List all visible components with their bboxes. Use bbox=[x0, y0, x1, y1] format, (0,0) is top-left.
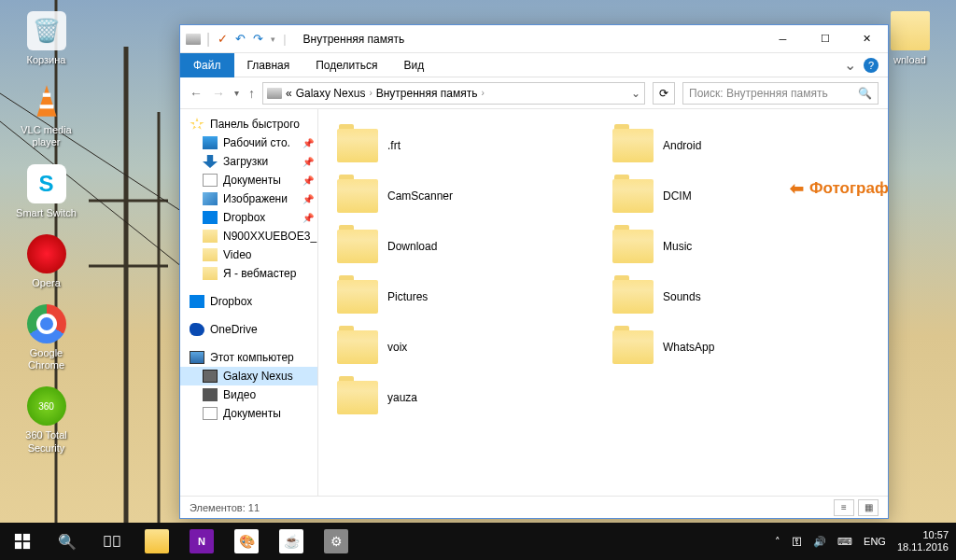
nav-this-pc[interactable]: Этот компьютер bbox=[180, 348, 317, 367]
nav-desktop[interactable]: Рабочий сто.📌 bbox=[180, 133, 317, 152]
desktop-icon bbox=[203, 136, 218, 149]
nav-downloads[interactable]: Загрузки📌 bbox=[180, 152, 317, 171]
desktop-icon-opera[interactable]: Opera bbox=[11, 234, 81, 289]
taskbar-onenote[interactable]: N bbox=[179, 523, 224, 560]
qat-redo-icon[interactable]: ↷ bbox=[251, 30, 265, 48]
nav-forward-icon[interactable]: → bbox=[212, 86, 225, 101]
desktop-icon-vlc[interactable]: VLC media player bbox=[11, 81, 81, 148]
address-bar[interactable]: « Galaxy Nexus › Внутренняя память › ⌄ bbox=[262, 82, 645, 105]
nav-quick-access[interactable]: Панель быстрого bbox=[180, 115, 317, 133]
folder-item[interactable]: Music bbox=[603, 221, 879, 272]
folder-icon bbox=[203, 248, 218, 261]
tray-expand-icon[interactable]: ˄ bbox=[775, 536, 780, 548]
nav-n900[interactable]: N900XXUEBOE3_ bbox=[180, 227, 317, 245]
volume-icon[interactable]: 🔊 bbox=[813, 536, 826, 548]
nav-webmaster[interactable]: Я - вебмастер bbox=[180, 264, 317, 283]
task-view-button[interactable] bbox=[90, 523, 134, 560]
taskbar-java[interactable]: ☕ bbox=[269, 523, 314, 560]
svg-rect-10 bbox=[15, 534, 21, 540]
search-input[interactable]: Поиск: Внутренняя память 🔍 bbox=[682, 82, 879, 105]
desktop-icon-smartswitch[interactable]: S Smart Switch bbox=[11, 164, 81, 219]
folder-item[interactable]: Sounds bbox=[603, 272, 879, 322]
chevron-icon[interactable]: › bbox=[481, 88, 484, 98]
help-icon[interactable]: ? bbox=[864, 58, 879, 73]
qat-undo-icon[interactable]: ↶ bbox=[233, 30, 247, 48]
phone-icon bbox=[203, 370, 218, 383]
ribbon-tabs: Файл Главная Поделиться Вид ⌄ ? bbox=[180, 53, 888, 77]
qat-check-icon[interactable]: ✓ bbox=[216, 30, 230, 48]
nav-up-icon[interactable]: ↑ bbox=[248, 86, 255, 101]
folder-icon bbox=[337, 179, 378, 213]
tab-view[interactable]: Вид bbox=[390, 53, 437, 77]
clock[interactable]: 10:57 18.11.2016 bbox=[897, 529, 949, 553]
folder-icon bbox=[337, 129, 378, 162]
nav-video[interactable]: Video bbox=[180, 245, 317, 264]
nav-galaxy-nexus[interactable]: Galaxy Nexus bbox=[180, 367, 317, 385]
tab-home[interactable]: Главная bbox=[234, 53, 303, 77]
tab-share[interactable]: Поделиться bbox=[302, 53, 390, 77]
address-row: ← → ▾ ↑ « Galaxy Nexus › Внутренняя памя… bbox=[180, 77, 888, 109]
crumb-location[interactable]: Внутренняя память bbox=[376, 87, 478, 100]
taskbar-paint[interactable]: 🎨 bbox=[224, 523, 269, 560]
nav-onedrive[interactable]: OneDrive bbox=[180, 320, 317, 339]
folder-item[interactable]: WhatsApp bbox=[603, 322, 879, 372]
start-button[interactable] bbox=[0, 523, 45, 560]
nav-back-icon[interactable]: ← bbox=[190, 86, 203, 101]
nav-documents[interactable]: Документы📌 bbox=[180, 171, 317, 189]
ribbon-collapse-icon[interactable]: ⌄ bbox=[836, 56, 864, 74]
chrome-icon bbox=[27, 304, 66, 343]
folder-name: Music bbox=[663, 240, 692, 253]
nav-dropbox-root[interactable]: Dropbox bbox=[180, 292, 317, 311]
chevron-icon[interactable]: › bbox=[369, 88, 372, 98]
folder-item[interactable]: CamScanner bbox=[328, 171, 603, 221]
folder-item[interactable]: Pictures bbox=[328, 272, 603, 322]
crumb-root[interactable]: « bbox=[286, 87, 292, 100]
taskbar-explorer[interactable] bbox=[134, 523, 179, 560]
qat-dropdown-icon[interactable]: ▾ bbox=[269, 33, 277, 46]
maximize-button[interactable]: ☐ bbox=[804, 25, 846, 53]
pin-icon: 📌 bbox=[302, 138, 314, 148]
icon-label: VLC media player bbox=[11, 124, 81, 148]
nav-videos[interactable]: Видео bbox=[180, 385, 317, 404]
paint-icon: 🎨 bbox=[234, 529, 259, 553]
nav-docs2[interactable]: Документы bbox=[180, 404, 317, 423]
taskbar-app[interactable]: ⚙ bbox=[314, 523, 358, 560]
search-button[interactable]: 🔍 bbox=[45, 523, 90, 560]
folder-item[interactable]: yauza bbox=[328, 372, 603, 423]
icon-label: Корзина bbox=[11, 54, 81, 66]
folder-name: DCIM bbox=[663, 189, 692, 203]
address-dropdown-icon[interactable]: ⌄ bbox=[631, 87, 640, 100]
crumb-device[interactable]: Galaxy Nexus bbox=[296, 87, 366, 100]
nav-dropbox[interactable]: Dropbox📌 bbox=[180, 208, 317, 227]
onedrive-icon bbox=[190, 323, 204, 336]
desktop-icon-recycle-bin[interactable]: 🗑️ Корзина bbox=[11, 11, 81, 66]
titlebar: | ✓ ↶ ↷ ▾ | Внутренняя память ─ ☐ ✕ bbox=[180, 25, 888, 53]
folder-icon bbox=[203, 267, 218, 280]
nav-recent-icon[interactable]: ▾ bbox=[234, 88, 239, 98]
view-details-button[interactable]: ≡ bbox=[834, 499, 854, 516]
folder-icon bbox=[612, 179, 654, 213]
folder-name: Android bbox=[663, 139, 701, 152]
desktop-icons: 🗑️ Корзина VLC media player S Smart Swit… bbox=[11, 11, 81, 469]
language-indicator[interactable]: ENG bbox=[864, 536, 886, 547]
folder-item[interactable]: DCIM bbox=[603, 171, 879, 221]
svg-rect-11 bbox=[23, 534, 30, 540]
folder-item[interactable]: Android bbox=[603, 120, 879, 171]
close-button[interactable]: ✕ bbox=[846, 25, 888, 53]
folder-item[interactable]: .frt bbox=[328, 120, 603, 171]
desktop-icon-chrome[interactable]: Google Chrome bbox=[11, 304, 81, 371]
view-large-button[interactable]: ▦ bbox=[858, 499, 879, 516]
wifi-icon[interactable]: ⚿ bbox=[792, 536, 802, 547]
desktop-icon-360[interactable]: 360 360 Total Security bbox=[11, 386, 81, 454]
folder-item[interactable]: voix bbox=[328, 322, 603, 372]
tab-file[interactable]: Файл bbox=[180, 53, 234, 77]
pin-icon: 📌 bbox=[302, 213, 314, 223]
minimize-button[interactable]: ─ bbox=[762, 25, 804, 53]
dropbox-icon bbox=[190, 295, 204, 308]
keyboard-icon[interactable]: ⌨ bbox=[837, 536, 852, 548]
refresh-button[interactable]: ⟳ bbox=[653, 82, 675, 105]
dropbox-icon bbox=[203, 211, 218, 224]
folder-item[interactable]: Download bbox=[328, 221, 603, 272]
nav-images[interactable]: Изображени📌 bbox=[180, 189, 317, 208]
svg-rect-15 bbox=[114, 537, 120, 547]
